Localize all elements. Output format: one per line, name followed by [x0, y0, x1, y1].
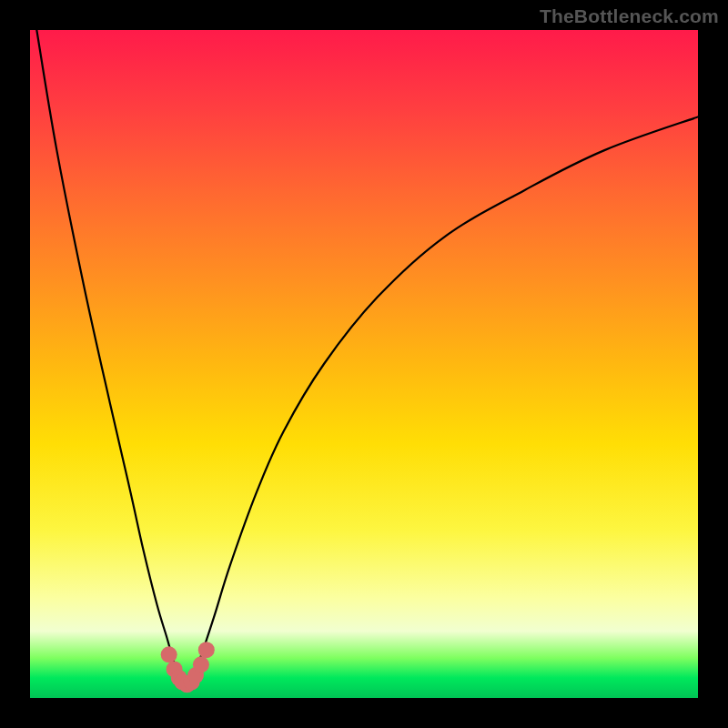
- bottom-marker: [161, 646, 177, 662]
- bottom-marker: [198, 642, 215, 658]
- curve-right: [187, 116, 698, 684]
- curve-left: [36, 30, 187, 684]
- curve-svg: [30, 30, 698, 698]
- chart-area: [30, 30, 698, 698]
- bottom-marker: [193, 656, 209, 672]
- watermark-text: TheBottleneck.com: [540, 5, 719, 27]
- bottom-marker-cluster: [161, 642, 215, 693]
